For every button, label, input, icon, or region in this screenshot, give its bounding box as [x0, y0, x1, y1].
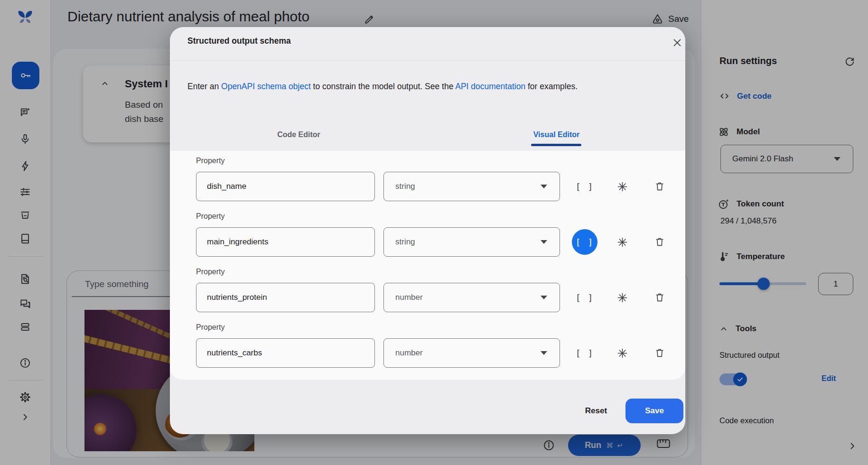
- array-toggle-button[interactable]: [ ]: [572, 174, 597, 199]
- property-type-select[interactable]: string: [383, 172, 560, 201]
- openapi-schema-link[interactable]: OpenAPI schema object: [221, 82, 311, 91]
- asterisk-icon: [617, 237, 628, 248]
- trash-icon: [654, 292, 665, 303]
- asterisk-icon: [617, 181, 628, 192]
- property-name-input[interactable]: [196, 338, 375, 368]
- property-type-select[interactable]: number: [383, 338, 560, 368]
- required-toggle-button[interactable]: [612, 287, 633, 308]
- property-name-input[interactable]: [196, 172, 375, 201]
- property-label: Property: [196, 157, 224, 165]
- app-root: Dietary nutrient analysis of meal photo …: [0, 0, 868, 465]
- dialog-save-button[interactable]: Save: [625, 399, 683, 423]
- dialog-divider: [170, 60, 685, 61]
- active-tab-underline: [531, 144, 581, 146]
- properties-panel: Property string [ ] Property string [ ] …: [170, 151, 685, 380]
- trash-icon: [654, 237, 665, 247]
- delete-property-button[interactable]: [649, 287, 670, 308]
- dialog-title: Structured output schema: [187, 36, 291, 46]
- asterisk-icon: [617, 348, 628, 359]
- property-name-input[interactable]: [196, 227, 375, 257]
- array-toggle-button[interactable]: [ ]: [572, 285, 597, 310]
- close-icon[interactable]: [667, 32, 688, 53]
- chevron-down-icon: [541, 296, 547, 299]
- required-toggle-button[interactable]: [612, 176, 633, 197]
- property-type-select[interactable]: string: [383, 227, 560, 257]
- tab-code-editor[interactable]: Code Editor: [170, 127, 428, 143]
- property-label: Property: [196, 212, 224, 221]
- trash-icon: [654, 181, 665, 192]
- property-name-input[interactable]: [196, 283, 375, 312]
- delete-property-button[interactable]: [649, 343, 670, 363]
- property-type-select[interactable]: number: [383, 283, 560, 312]
- delete-property-button[interactable]: [649, 232, 670, 252]
- delete-property-button[interactable]: [649, 176, 670, 197]
- trash-icon: [654, 348, 665, 358]
- array-toggle-button[interactable]: [ ]: [572, 340, 597, 366]
- required-toggle-button[interactable]: [612, 343, 633, 363]
- property-label: Property: [196, 323, 224, 332]
- property-label: Property: [196, 268, 224, 276]
- chevron-down-icon: [541, 185, 547, 188]
- dialog-description: Enter an OpenAPI schema object to constr…: [187, 79, 672, 93]
- asterisk-icon: [617, 292, 628, 303]
- chevron-down-icon: [541, 240, 547, 244]
- api-documentation-link[interactable]: API documentation: [455, 82, 525, 91]
- chevron-down-icon: [541, 351, 547, 355]
- tab-visual-editor[interactable]: Visual Editor: [428, 127, 685, 143]
- structured-output-schema-dialog: Structured output schema Enter an OpenAP…: [170, 27, 685, 434]
- required-toggle-button[interactable]: [612, 232, 633, 252]
- reset-button[interactable]: Reset: [568, 399, 625, 423]
- array-toggle-button[interactable]: [ ]: [572, 229, 597, 255]
